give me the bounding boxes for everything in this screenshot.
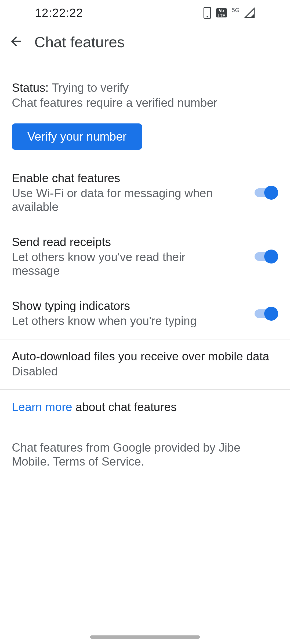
page-title: Chat features <box>34 33 125 51</box>
learn-more-row: Learn more about chat features <box>0 390 290 414</box>
back-icon[interactable] <box>9 34 24 50</box>
setting-typing-indicators[interactable]: Show typing indicators Let others know w… <box>0 289 290 339</box>
app-bar: Chat features <box>0 26 290 58</box>
setting-read-receipts[interactable]: Send read receipts Let others know you'v… <box>0 225 290 289</box>
setting-auto-download[interactable]: Auto-download files you receive over mob… <box>0 339 290 390</box>
setting-title: Auto-download files you receive over mob… <box>12 350 278 363</box>
setting-title: Send read receipts <box>12 235 227 249</box>
phone-icon <box>203 7 211 19</box>
setting-text: Send read receipts Let others know you'v… <box>12 235 227 277</box>
toggle-read-receipts[interactable] <box>255 250 278 264</box>
status-line: Status: Trying to verify <box>12 81 278 94</box>
toggle-enable-chat[interactable] <box>255 186 278 200</box>
volte-icon: Vo LTE <box>216 8 227 17</box>
statusbar-right: Vo LTE 5G <box>203 7 255 19</box>
signal-icon <box>244 8 255 18</box>
learn-more-text: about chat features <box>72 400 177 414</box>
setting-value: Disabled <box>12 365 278 378</box>
verify-number-button[interactable]: Verify your number <box>12 123 142 150</box>
setting-subtitle: Let others know you've read their messag… <box>12 250 227 277</box>
setting-text: Show typing indicators Let others know w… <box>12 299 197 328</box>
statusbar-time: 12:22:22 <box>35 6 83 20</box>
toggle-typing-indicators[interactable] <box>255 307 278 321</box>
svg-point-1 <box>206 16 208 17</box>
network-label: 5G <box>232 7 240 14</box>
status-value: Trying to verify <box>52 81 129 94</box>
setting-title: Show typing indicators <box>12 299 197 313</box>
learn-more-link[interactable]: Learn more <box>12 400 72 414</box>
provider-notice: Chat features from Google provided by Ji… <box>0 414 290 469</box>
status-bar: 12:22:22 Vo LTE 5G <box>0 0 290 26</box>
setting-text: Enable chat features Use Wi-Fi or data f… <box>12 171 227 214</box>
setting-subtitle: Let others know when you're typing <box>12 314 197 328</box>
setting-subtitle: Use Wi-Fi or data for messaging when ava… <box>12 186 227 214</box>
toggle-thumb <box>264 307 278 321</box>
setting-enable-chat[interactable]: Enable chat features Use Wi-Fi or data f… <box>0 161 290 225</box>
setting-title: Enable chat features <box>12 171 227 185</box>
home-indicator[interactable] <box>90 635 200 639</box>
toggle-thumb <box>264 186 278 200</box>
status-section: Status: Trying to verify Chat features r… <box>0 58 290 161</box>
status-subtitle: Chat features require a verified number <box>12 96 278 109</box>
status-label: Status: <box>12 81 52 94</box>
toggle-thumb <box>264 250 278 264</box>
